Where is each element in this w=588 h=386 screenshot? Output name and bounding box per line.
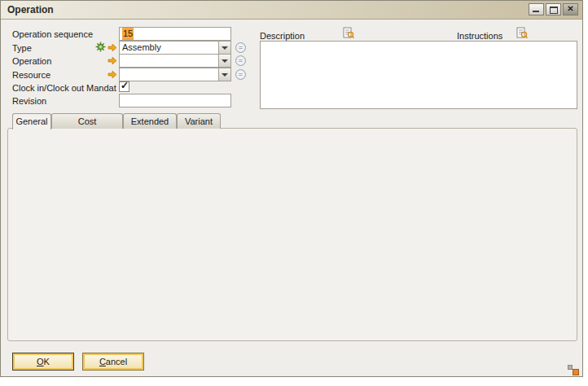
tab-extended[interactable]: Extended: [123, 113, 177, 129]
tab-cost[interactable]: Cost: [51, 113, 123, 129]
maximize-button[interactable]: [546, 3, 561, 15]
choose-from-list-icon[interactable]: [235, 42, 246, 53]
operation-sequence-label: Operation sequence: [12, 29, 93, 39]
instructions-label: Instructions: [457, 31, 502, 41]
text-editor-icon[interactable]: [516, 27, 528, 39]
window-title: Operation: [7, 4, 54, 15]
link-arrow-icon[interactable]: [108, 70, 117, 79]
type-select[interactable]: Assembly: [119, 41, 231, 55]
minimize-button[interactable]: [529, 3, 544, 15]
choose-from-list-icon[interactable]: [235, 55, 246, 66]
operation-dialog: Operation Operation sequence 15 Type Ass…: [0, 0, 583, 377]
resource-select[interactable]: [119, 68, 231, 81]
description-textarea[interactable]: [260, 41, 577, 109]
dropdown-arrow-icon[interactable]: [218, 55, 230, 67]
resource-label: Resource: [12, 70, 50, 80]
tab-general[interactable]: General: [12, 113, 51, 129]
close-button[interactable]: [563, 3, 578, 15]
link-arrow-icon[interactable]: [108, 56, 117, 65]
title-bar[interactable]: Operation: [1, 1, 582, 20]
selected-text: 15: [122, 28, 134, 40]
dropdown-arrow-icon[interactable]: [218, 68, 230, 81]
text-editor-icon[interactable]: [343, 27, 354, 39]
choose-from-list-icon[interactable]: [235, 69, 246, 80]
operation-select[interactable]: [119, 54, 231, 68]
gear-icon[interactable]: [95, 42, 106, 52]
clock-in-out-label: Clock in/Clock out Mandat: [12, 83, 116, 93]
operation-sequence-input[interactable]: 15: [119, 27, 231, 41]
revision-label: Revision: [12, 96, 46, 106]
general-tab-panel: [7, 128, 577, 341]
type-label: Type: [12, 43, 32, 53]
dropdown-arrow-icon[interactable]: [218, 42, 230, 54]
link-arrow-icon[interactable]: [108, 43, 117, 52]
operation-label: Operation: [12, 56, 51, 66]
cancel-button[interactable]: Cancel: [82, 353, 144, 371]
revision-input[interactable]: [119, 94, 231, 107]
tab-variant[interactable]: Variant: [177, 113, 221, 129]
clock-in-out-checkbox[interactable]: [119, 81, 129, 92]
resize-grip-icon[interactable]: [568, 365, 579, 375]
type-select-value: Assembly: [122, 42, 217, 52]
description-label: Description: [260, 31, 305, 41]
ok-button[interactable]: OK: [12, 353, 74, 371]
